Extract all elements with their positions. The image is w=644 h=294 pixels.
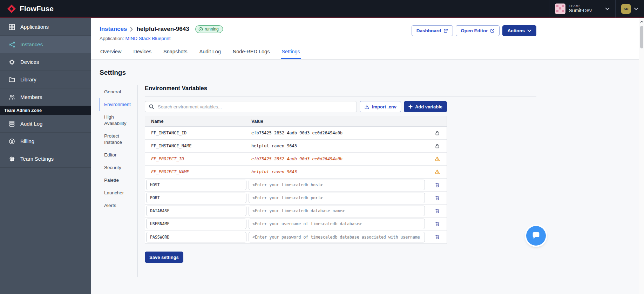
lock-icon: [428, 131, 447, 136]
env-row-host: [145, 179, 447, 192]
settings-page-title: Settings: [100, 69, 536, 76]
import-env-button[interactable]: Import .env: [360, 101, 401, 112]
delete-variable-button[interactable]: [428, 182, 447, 188]
tab-devices[interactable]: Devices: [133, 49, 152, 59]
env-name-input[interactable]: [146, 180, 246, 190]
sidebar-item-audit-log[interactable]: Audit Log: [0, 115, 91, 133]
settings-nav-general[interactable]: General: [100, 86, 137, 98]
status-badge-label: running: [205, 27, 219, 32]
audit-log-icon: [8, 120, 15, 127]
sidebar-item-billing[interactable]: Billing: [0, 133, 91, 150]
plus-icon: [408, 105, 413, 109]
search-env-input[interactable]: [145, 101, 357, 112]
settings-nav-protect-instance[interactable]: Protect Instance: [100, 130, 137, 149]
chat-widget-button[interactable]: [526, 226, 546, 246]
env-value-input[interactable]: [249, 180, 425, 190]
open-editor-button-label: Open Editor: [461, 28, 488, 33]
env-row-database: [145, 205, 447, 218]
warning-icon: [428, 169, 447, 175]
settings-nav-high-availability[interactable]: High Availability: [100, 111, 137, 130]
trash-icon: [435, 234, 440, 240]
page-header: Instances helpful-raven-9643 running: [91, 18, 639, 59]
instance-tabs: Overview Devices Snapshots Audit Log Nod…: [100, 49, 536, 59]
env-name-input[interactable]: [146, 193, 246, 203]
open-editor-button[interactable]: Open Editor: [456, 25, 500, 36]
trash-icon: [435, 208, 440, 214]
tab-node-red-logs[interactable]: Node-RED Logs: [232, 49, 271, 59]
team-selector[interactable]: TEAM: Sumit-Dev: [549, 0, 615, 18]
members-icon: [8, 94, 15, 101]
tab-audit-log[interactable]: Audit Log: [199, 49, 222, 59]
header-actions: Dashboard Open Editor Actions: [412, 25, 536, 36]
chevron-down-icon: [527, 29, 531, 32]
application-link[interactable]: MIND Stack Blueprint: [126, 36, 171, 41]
env-row-password: [145, 230, 447, 243]
sidebar-item-label: Members: [20, 94, 42, 100]
sidebar-item-devices[interactable]: Devices: [0, 53, 91, 71]
settings-nav: General Environment High Availability Pr…: [100, 85, 137, 277]
tab-overview[interactable]: Overview: [100, 49, 122, 59]
topbar-right: TEAM: Sumit-Dev su: [549, 0, 642, 18]
actions-button[interactable]: Actions: [502, 25, 536, 36]
team-label: TEAM:: [569, 4, 592, 8]
warning-icon: [428, 156, 447, 162]
team-meta: TEAM: Sumit-Dev: [569, 4, 592, 13]
flowfuse-home-link[interactable]: FlowFuse: [7, 4, 54, 13]
team-name: Sumit-Dev: [569, 8, 592, 13]
settings-nav-alerts[interactable]: Alerts: [100, 199, 137, 212]
chevron-down-icon: [605, 7, 610, 11]
env-name-input[interactable]: [146, 232, 246, 242]
tab-settings[interactable]: Settings: [281, 49, 300, 59]
settings-nav-palette[interactable]: Palette: [100, 174, 137, 187]
settings-nav-security[interactable]: Security: [100, 161, 137, 174]
external-link-icon: [443, 28, 448, 33]
team-admin-zone-header: Team Admin Zone: [0, 106, 91, 115]
application-line: Application: MIND Stack Blueprint: [100, 36, 223, 41]
chevron-down-icon: [634, 7, 638, 11]
sidebar-item-instances[interactable]: Instances: [0, 36, 91, 53]
env-value-input[interactable]: [249, 206, 425, 216]
sidebar-item-library[interactable]: Library: [0, 71, 91, 88]
delete-variable-button[interactable]: [428, 195, 447, 201]
env-value-input[interactable]: [249, 232, 425, 242]
tab-snapshots[interactable]: Snapshots: [163, 49, 188, 59]
sidebar-item-label: Library: [20, 76, 36, 82]
add-variable-button[interactable]: Add variable: [404, 101, 447, 112]
column-header-value: Value: [248, 116, 428, 126]
sidebar-item-team-settings[interactable]: Team Settings: [0, 150, 91, 168]
instance-name: helpful-raven-9643: [136, 26, 189, 33]
delete-variable-button[interactable]: [428, 221, 447, 227]
settings-nav-environment[interactable]: Environment: [100, 98, 137, 111]
trash-icon: [435, 195, 440, 201]
sidebar-item-label: Audit Log: [20, 121, 42, 127]
env-name-input[interactable]: [146, 206, 246, 216]
sidebar: Applications Instances Devices Library M…: [0, 18, 91, 294]
env-value-input[interactable]: [249, 219, 425, 229]
scrollbar-thumb[interactable]: [640, 26, 643, 48]
import-env-label: Import .env: [372, 104, 396, 109]
env-row-username: [145, 218, 447, 230]
save-settings-button[interactable]: Save settings: [145, 252, 183, 263]
env-var-name: FF_INSTANCE_ID: [145, 127, 248, 139]
dashboard-button[interactable]: Dashboard: [412, 25, 453, 36]
env-toolbar: Import .env Add variable: [145, 101, 447, 112]
import-icon: [364, 104, 370, 109]
user-menu[interactable]: su: [615, 0, 642, 18]
brand-name: FlowFuse: [20, 5, 54, 13]
sidebar-item-members[interactable]: Members: [0, 88, 91, 106]
main-area: Instances helpful-raven-9643 running: [91, 18, 639, 294]
breadcrumb-instances-link[interactable]: Instances: [100, 26, 127, 33]
env-value-input[interactable]: [249, 193, 425, 203]
breadcrumb-block: Instances helpful-raven-9643 running: [100, 25, 223, 41]
delete-variable-button[interactable]: [428, 234, 447, 240]
library-icon: [8, 76, 15, 83]
env-name-input[interactable]: [146, 219, 246, 229]
delete-variable-button[interactable]: [428, 208, 447, 214]
sidebar-item-applications[interactable]: Applications: [0, 18, 91, 36]
settings-nav-launcher[interactable]: Launcher: [100, 187, 137, 199]
vertical-scrollbar[interactable]: [639, 18, 644, 294]
env-row-port: [145, 192, 447, 205]
table-header-row: Name Value: [145, 116, 447, 127]
settings-nav-editor[interactable]: Editor: [100, 149, 137, 161]
scroll-up-arrow-icon[interactable]: [639, 21, 644, 23]
